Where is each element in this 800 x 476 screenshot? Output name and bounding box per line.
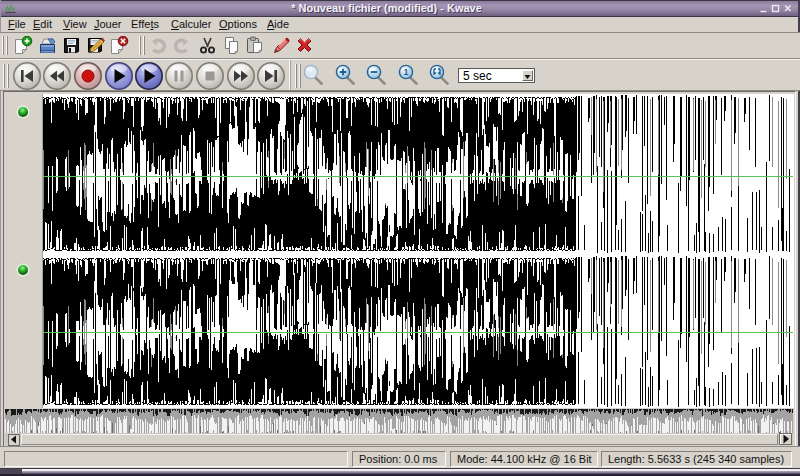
svg-text:1: 1 [403,67,408,77]
